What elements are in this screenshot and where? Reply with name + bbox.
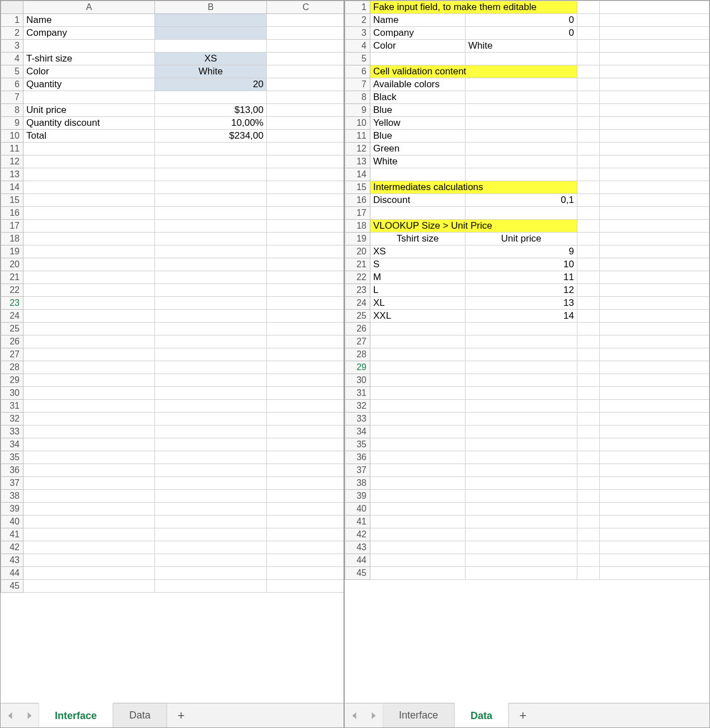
cell[interactable] [577,477,600,490]
cell[interactable] [600,503,709,516]
row-header[interactable]: 44 [345,554,370,567]
cell[interactable] [466,335,577,348]
row-header[interactable]: 17 [1,220,23,233]
cell[interactable] [466,168,577,181]
cell[interactable] [370,503,466,516]
row-header[interactable]: 36 [345,451,370,464]
cell[interactable] [577,91,600,104]
cell[interactable] [23,284,155,297]
cell[interactable] [600,374,709,387]
cell[interactable] [267,27,344,40]
cell[interactable] [600,567,709,580]
cell[interactable] [466,451,577,464]
row-header[interactable]: 40 [345,503,370,516]
cell[interactable]: $13,00 [155,104,267,117]
row-header[interactable]: 1 [345,1,370,14]
row-header[interactable]: 18 [345,220,370,233]
row-header[interactable]: 31 [345,387,370,400]
cell[interactable]: L [370,284,466,297]
cell[interactable] [267,284,344,297]
cell[interactable] [600,477,709,490]
cell[interactable] [370,490,466,503]
cell[interactable] [600,387,709,400]
row-header[interactable]: 35 [1,451,23,464]
cell[interactable] [267,490,344,503]
row-header[interactable]: 23 [1,297,23,310]
cell[interactable] [23,194,155,207]
cell[interactable] [155,297,267,310]
cell[interactable] [267,541,344,554]
row-header[interactable]: 3 [1,40,23,53]
row-header[interactable]: 19 [345,233,370,245]
cell[interactable]: VLOOKUP Size > Unit Price [370,220,577,233]
cell[interactable] [600,194,709,207]
row-header[interactable]: 22 [1,284,23,297]
cell[interactable] [155,194,267,207]
cell[interactable] [577,335,600,348]
cell[interactable] [577,310,600,323]
cell[interactable] [155,413,267,426]
row-header[interactable]: 20 [345,245,370,258]
cell[interactable] [155,91,267,104]
row-header[interactable]: 16 [345,194,370,207]
cell[interactable] [577,374,600,387]
cell[interactable] [370,464,466,477]
cell[interactable] [155,387,267,400]
cell[interactable]: 11 [466,271,577,284]
cell[interactable] [370,207,466,220]
cell[interactable] [466,490,577,503]
cell[interactable] [267,14,344,27]
cell[interactable] [466,117,577,130]
cell[interactable] [267,91,344,104]
cell[interactable] [577,490,600,503]
cell[interactable]: Intermediates calculations [370,181,577,194]
cell[interactable] [23,258,155,271]
cell[interactable]: Color [23,65,155,78]
cell[interactable] [155,168,267,181]
cell[interactable] [267,155,344,168]
cell[interactable] [577,438,600,451]
cell[interactable] [267,130,344,143]
cell[interactable] [577,233,600,245]
cell[interactable]: XS [155,53,267,65]
cell[interactable] [370,426,466,438]
cell[interactable] [23,40,155,53]
cell[interactable] [155,155,267,168]
row-header[interactable]: 40 [1,516,23,528]
cell[interactable] [267,528,344,541]
cell[interactable] [600,117,709,130]
cell[interactable] [600,348,709,361]
cell[interactable] [600,541,709,554]
cell[interactable]: Discount [370,194,466,207]
cell[interactable] [267,554,344,567]
cell[interactable]: Company [370,27,466,40]
cell[interactable] [267,477,344,490]
cell[interactable] [370,348,466,361]
cell[interactable] [600,490,709,503]
cell[interactable] [370,541,466,554]
cell[interactable] [577,464,600,477]
row-header[interactable]: 41 [1,528,23,541]
cell[interactable] [600,438,709,451]
cell[interactable] [23,168,155,181]
cell[interactable] [23,271,155,284]
cell[interactable] [600,245,709,258]
cell[interactable] [370,387,466,400]
cell[interactable] [577,554,600,567]
cell[interactable]: White [155,65,267,78]
cell[interactable] [267,374,344,387]
cell[interactable] [267,40,344,53]
cell[interactable] [466,400,577,413]
cell[interactable] [155,245,267,258]
cell[interactable]: 12 [466,284,577,297]
row-header[interactable]: 39 [1,503,23,516]
cell[interactable]: Fake input field, to make them editable [370,1,577,14]
cell[interactable]: 14 [466,310,577,323]
cell[interactable] [155,490,267,503]
row-header[interactable]: 42 [345,528,370,541]
row-header[interactable]: 8 [1,104,23,117]
cell[interactable] [370,400,466,413]
cell[interactable] [155,361,267,374]
cell[interactable]: 13 [466,297,577,310]
cell[interactable] [600,91,709,104]
